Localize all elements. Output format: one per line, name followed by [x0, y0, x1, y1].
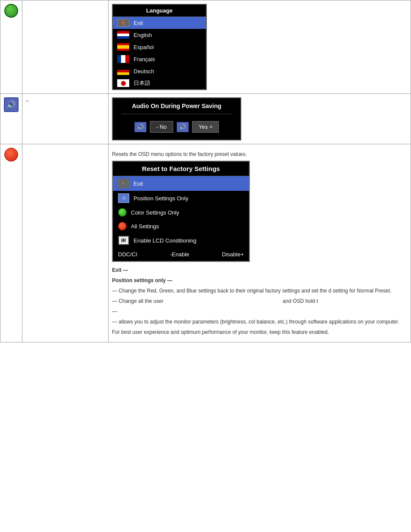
- ddc-disable-label[interactable]: Disable+: [222, 251, 244, 258]
- desc-all: — Change all the user and OSD hold t: [112, 297, 407, 305]
- audio-no-speaker-icon: 🔊: [134, 122, 146, 132]
- language-content-cell: Language 🚪 Exit English Español: [109, 0, 411, 94]
- reset-all-settings-item[interactable]: All Settings: [113, 219, 249, 233]
- jp-circle: [121, 81, 126, 86]
- audio-row: 🔊 – Audio On During Power Saving 🔊 - No …: [0, 94, 411, 144]
- language-icon-cell: [0, 0, 22, 94]
- francais-label: Français: [134, 56, 155, 62]
- reset-color-item[interactable]: Color Settings Only: [113, 205, 249, 219]
- de-flag-icon: [117, 67, 129, 75]
- osd-deutsch-item[interactable]: Deutsch: [113, 65, 206, 77]
- reset-exit-label: Exit: [134, 180, 143, 187]
- speaker-icon: 🔊: [4, 97, 19, 112]
- exit-label: Exit: [134, 20, 143, 26]
- deutsch-label: Deutsch: [134, 68, 154, 75]
- reset-icon-cell: [0, 144, 22, 342]
- osd-francais-item[interactable]: Français: [113, 53, 206, 65]
- desc-color: — Change the Red, Green, and Blue settin…: [112, 287, 407, 295]
- audio-yes-button[interactable]: Yes +: [192, 121, 219, 133]
- language-osd: Language 🚪 Exit English Español: [112, 4, 207, 90]
- desc-ddc: — allows you to adjust the monitor param…: [112, 318, 407, 326]
- osd-espanol-item[interactable]: Español: [113, 41, 206, 53]
- reset-intro-text: Resets the OSD menu options to the facto…: [112, 150, 407, 158]
- osd-english-item[interactable]: English: [113, 29, 206, 41]
- audio-controls: 🔊 - No 🔊 Yes +: [121, 118, 232, 135]
- reset-osd: Reset to Factory Settings 🚶 Exit ⊹: [112, 161, 250, 262]
- position-settings-label: Position Settings Only: [134, 195, 188, 202]
- audio-label-cell: –: [22, 94, 109, 144]
- us-flag-icon: [117, 31, 129, 39]
- audio-no-button[interactable]: - No: [150, 121, 174, 133]
- audio-content-cell: Audio On During Power Saving 🔊 - No 🔊 Ye…: [109, 94, 411, 144]
- desc-dash: —: [112, 308, 407, 315]
- main-table: Language 🚪 Exit English Español: [0, 0, 411, 342]
- reset-descriptions: Exit — Position settings only — — Change…: [112, 266, 407, 336]
- fr-flag-blue: [117, 55, 121, 63]
- reset-label-cell: [22, 144, 109, 342]
- green-circle-icon: [118, 208, 127, 217]
- lcd-conditioning-label: Enable LCD Conditioning: [134, 237, 196, 244]
- osd-exit-item[interactable]: 🚪 Exit: [113, 17, 206, 29]
- svg-text:⊹: ⊹: [121, 195, 126, 201]
- audio-osd-title: Audio On During Power Saving: [121, 103, 232, 114]
- desc-position: Position settings only —: [112, 277, 407, 284]
- reset-content-cell: Resets the OSD menu options to the facto…: [109, 144, 411, 342]
- color-settings-label: Color Settings Only: [131, 209, 179, 216]
- jp-flag-icon: [117, 79, 129, 87]
- fr-flag-red: [125, 55, 129, 63]
- red-circle-icon: [4, 148, 18, 162]
- speaker-symbol: 🔊: [6, 100, 16, 109]
- ddc-enable-label[interactable]: -Enable: [170, 251, 190, 258]
- ddc-row: DDC/CI -Enable Disable+: [113, 248, 249, 261]
- fr-flag-icon: [117, 55, 129, 63]
- reset-lcd-item[interactable]: IR Enable LCD Conditioning: [113, 233, 249, 248]
- ir-icon: IR: [118, 236, 129, 245]
- desc-best: For best user experience and optimum per…: [112, 328, 407, 336]
- reset-exit-icon: 🚶: [118, 179, 129, 188]
- language-osd-title: Language: [113, 5, 206, 17]
- audio-osd: Audio On During Power Saving 🔊 - No 🔊 Ye…: [112, 97, 241, 140]
- language-label-cell: [22, 0, 109, 94]
- svg-text:🚪: 🚪: [121, 20, 126, 25]
- fr-flag-white: [121, 55, 125, 63]
- reset-position-item[interactable]: ⊹ Position Settings Only: [113, 191, 249, 205]
- audio-yes-speaker-icon: 🔊: [177, 122, 189, 132]
- reset-row: Resets the OSD menu options to the facto…: [0, 144, 411, 342]
- reset-osd-title: Reset to Factory Settings: [113, 162, 249, 176]
- japanese-label: 日本語: [134, 79, 150, 87]
- language-row: Language 🚪 Exit English Español: [0, 0, 411, 94]
- espanol-label: Español: [134, 44, 154, 50]
- all-settings-label: All Settings: [131, 223, 159, 230]
- audio-dash: –: [26, 97, 29, 104]
- ddc-label: DDC/CI: [118, 251, 137, 258]
- es-flag-icon: [117, 43, 129, 51]
- svg-text:🚶: 🚶: [121, 180, 127, 187]
- desc-exit: Exit —: [112, 266, 407, 274]
- position-icon: ⊹: [118, 193, 129, 203]
- globe-icon: [4, 4, 18, 18]
- reset-exit-item[interactable]: 🚶 Exit: [113, 176, 249, 191]
- osd-japanese-item[interactable]: 日本語: [113, 77, 206, 89]
- red-circle-small-icon: [118, 222, 127, 230]
- english-label: English: [134, 32, 152, 38]
- audio-icon-cell: 🔊: [0, 94, 22, 144]
- exit-flag-icon: 🚪: [117, 19, 129, 27]
